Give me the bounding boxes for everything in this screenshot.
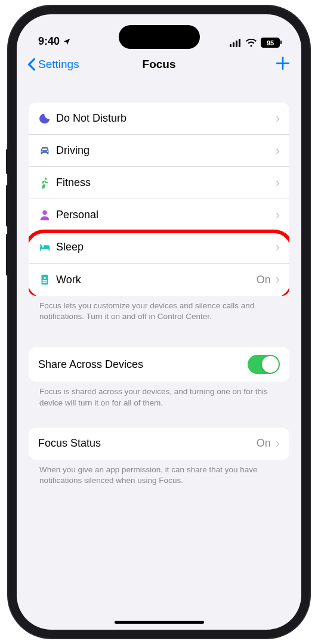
row-label: Personal (56, 209, 276, 221)
home-indicator[interactable] (115, 621, 204, 624)
focus-status-description: When you give an app permission, it can … (29, 460, 289, 486)
svg-point-4 (45, 177, 47, 179)
row-label: Driving (56, 144, 276, 157)
running-icon (38, 177, 56, 190)
location-icon (63, 38, 71, 46)
wifi-icon (245, 39, 257, 47)
focus-row-fitness[interactable]: Fitness › (29, 167, 289, 199)
row-value: On (257, 437, 271, 450)
chevron-right-icon: › (276, 144, 280, 157)
plus-icon (275, 55, 291, 71)
chevron-right-icon: › (276, 273, 280, 286)
svg-rect-8 (42, 280, 47, 281)
focus-row-work[interactable]: Work On › (29, 264, 289, 296)
row-label: Sleep (56, 241, 276, 253)
status-time: 9:40 (38, 35, 60, 48)
car-icon (38, 144, 56, 157)
focus-status-row[interactable]: Focus Status On › (29, 428, 289, 460)
chevron-right-icon: › (276, 112, 280, 125)
svg-rect-3 (239, 39, 240, 47)
toggle-knob (262, 356, 279, 373)
svg-point-5 (42, 210, 47, 214)
focus-row-do-not-disturb[interactable]: Do Not Disturb › (29, 103, 289, 135)
svg-rect-1 (233, 42, 234, 47)
chevron-left-icon (27, 58, 36, 71)
battery-icon: 95 (261, 38, 280, 48)
row-label: Focus Status (38, 437, 257, 450)
share-across-devices-row: Share Across Devices (29, 347, 289, 382)
share-toggle[interactable] (248, 355, 280, 374)
back-button[interactable]: Settings (27, 58, 79, 71)
back-label: Settings (38, 58, 79, 71)
svg-rect-9 (42, 282, 47, 283)
chevron-right-icon: › (276, 177, 280, 190)
row-label: Fitness (56, 177, 276, 189)
badge-icon (38, 273, 56, 286)
share-description: Focus is shared across your devices, and… (29, 382, 289, 408)
focus-row-driving[interactable]: Driving › (29, 135, 289, 167)
chevron-right-icon: › (276, 209, 280, 222)
row-label: Work (56, 274, 257, 286)
dynamic-island (119, 25, 200, 49)
moon-icon (38, 112, 56, 125)
row-label: Share Across Devices (38, 358, 248, 371)
bed-icon (38, 241, 56, 254)
add-focus-button[interactable] (275, 55, 291, 73)
battery-level: 95 (267, 39, 274, 47)
focus-row-personal[interactable]: Personal › (29, 199, 289, 231)
share-card: Share Across Devices (29, 347, 289, 382)
focus-modes-list: Do Not Disturb › Driving › Fitness › (29, 103, 289, 296)
row-label: Do Not Disturb (56, 112, 276, 125)
signal-icon (230, 39, 242, 47)
focus-description: Focus lets you customize your devices an… (29, 296, 289, 322)
focus-status-card: Focus Status On › (29, 428, 289, 460)
svg-rect-0 (230, 44, 231, 47)
person-icon (38, 209, 56, 222)
chevron-right-icon: › (276, 437, 280, 450)
row-value: On (257, 274, 271, 286)
svg-rect-2 (236, 41, 237, 47)
svg-point-7 (44, 277, 46, 279)
chevron-right-icon: › (276, 241, 280, 254)
svg-rect-6 (42, 275, 48, 285)
page-title: Focus (143, 58, 176, 71)
nav-bar: Settings Focus (17, 49, 301, 80)
focus-row-sleep[interactable]: Sleep › (29, 231, 289, 264)
